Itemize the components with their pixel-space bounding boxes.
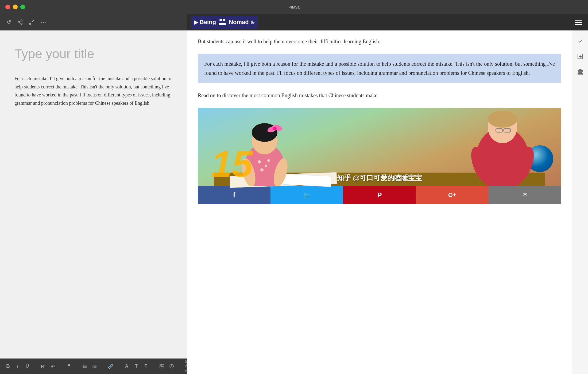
svg-point-2 xyxy=(21,23,22,25)
text-color-icon[interactable]: A xyxy=(124,364,129,369)
twitter-icon: 🐦 xyxy=(303,191,311,199)
svg-point-23 xyxy=(223,19,225,21)
text-type-icon[interactable]: T xyxy=(134,364,139,369)
logo-text-nomad: Nomad xyxy=(229,19,249,26)
fullscreen-button[interactable] xyxy=(20,5,25,9)
browser-nav: ▶ Being Nomad ⊕ xyxy=(187,14,588,30)
teacher-figure xyxy=(460,111,545,186)
minimize-button[interactable] xyxy=(13,5,18,9)
app-title: Pitaya xyxy=(288,5,300,9)
bottom-toolbar: B i U H1 H2 ❝ 1. 2. 3. xyxy=(0,359,187,374)
more-icon[interactable]: ··· xyxy=(41,19,47,26)
number-overlay: 15 xyxy=(211,145,253,183)
svg-line-5 xyxy=(32,20,34,22)
clock-icon[interactable] xyxy=(169,364,174,369)
svg-marker-49 xyxy=(577,72,583,73)
email-share-button[interactable]: ✉ xyxy=(489,186,561,204)
expand-icon[interactable] xyxy=(29,19,35,25)
main-container: ↺ ··· Type your title For each mistake, … xyxy=(0,14,588,374)
hamburger-line-2 xyxy=(575,22,582,23)
logo-box: ▶ Being Nomad ⊕ xyxy=(191,16,258,29)
svg-point-22 xyxy=(219,19,222,21)
check-icon[interactable] xyxy=(575,36,585,46)
hamburger-line-1 xyxy=(575,20,582,21)
googleplus-share-button[interactable]: G+ xyxy=(416,186,489,204)
facebook-icon: f xyxy=(233,191,235,199)
svg-point-35 xyxy=(260,168,264,172)
watermark-text: 知乎 @可口可爱的瞌睡宝宝 xyxy=(337,173,422,183)
logo-icon-right: ⊕ xyxy=(250,19,255,25)
svg-point-11 xyxy=(83,366,83,367)
text-strike-icon[interactable]: T xyxy=(143,364,149,369)
facebook-share-button[interactable]: f xyxy=(198,186,270,204)
article-intro: But students can use it well to help the… xyxy=(198,37,561,46)
editor-toolbar: ↺ ··· xyxy=(0,14,187,30)
pinterest-icon: P xyxy=(377,191,382,199)
social-bar: f 🐦 P G+ ✉ xyxy=(198,186,561,204)
editor-content[interactable]: Type your title For each mistake, I'll g… xyxy=(0,30,187,359)
logo-text-being: Being xyxy=(200,19,216,26)
traffic-lights xyxy=(5,5,25,9)
temple-icon[interactable] xyxy=(575,67,585,77)
svg-line-4 xyxy=(19,21,21,22)
pinterest-share-button[interactable]: P xyxy=(343,186,416,204)
svg-point-20 xyxy=(161,365,161,366)
hamburger-line-3 xyxy=(575,24,582,25)
site-logo: ▶ Being Nomad ⊕ xyxy=(191,16,570,29)
article-read-on: Read on to discover the most common Engl… xyxy=(198,91,561,100)
quote-icon[interactable]: ❝ xyxy=(66,363,72,369)
highlighted-paragraph: For each mistake, I'll give both a reaso… xyxy=(198,54,561,83)
svg-point-36 xyxy=(267,159,270,162)
italic-icon[interactable]: i xyxy=(15,364,20,369)
email-icon: ✉ xyxy=(523,192,527,198)
plus-alt-icon[interactable] xyxy=(575,51,585,61)
browser-content: But students can use it well to help the… xyxy=(187,30,588,374)
svg-point-0 xyxy=(21,20,22,21)
svg-rect-50 xyxy=(578,73,583,75)
svg-point-34 xyxy=(265,165,267,167)
title-bar: Pitaya xyxy=(0,0,588,14)
article-image: 15 知乎 @可口可爱的瞌睡宝宝 f 🐦 P xyxy=(198,108,561,204)
list-unordered-icon[interactable] xyxy=(82,364,88,369)
googleplus-icon: G+ xyxy=(448,192,456,198)
svg-rect-19 xyxy=(160,364,164,368)
svg-marker-47 xyxy=(577,69,583,71)
svg-text:3.: 3. xyxy=(92,367,94,368)
editor-panel: ↺ ··· Type your title For each mistake, … xyxy=(0,14,187,374)
svg-point-10 xyxy=(83,365,83,365)
svg-point-41 xyxy=(273,127,277,130)
link-icon[interactable]: 🔗 xyxy=(108,364,113,369)
refresh-icon[interactable]: ↺ xyxy=(6,19,11,26)
svg-line-6 xyxy=(30,23,31,24)
image-icon[interactable] xyxy=(159,364,165,369)
twitter-share-button[interactable]: 🐦 xyxy=(270,186,343,204)
h1-icon[interactable]: H1 xyxy=(41,364,46,369)
close-button[interactable] xyxy=(5,5,10,9)
svg-point-1 xyxy=(18,21,20,23)
svg-line-3 xyxy=(19,22,21,24)
browser-panel: ▶ Being Nomad ⊕ xyxy=(187,14,588,374)
share-icon[interactable] xyxy=(17,19,23,25)
bold-icon[interactable]: B xyxy=(5,363,11,369)
editor-body[interactable]: For each mistake, I'll give both a reaso… xyxy=(14,75,173,107)
article-content: But students can use it well to help the… xyxy=(187,30,572,374)
logo-person-icon xyxy=(218,17,227,27)
editor-title-placeholder[interactable]: Type your title xyxy=(14,46,173,61)
right-sidebar xyxy=(572,30,588,374)
svg-point-12 xyxy=(83,367,83,368)
hamburger-menu-button[interactable] xyxy=(573,17,584,28)
h2-icon[interactable]: H2 xyxy=(50,364,56,369)
list-ordered-icon[interactable]: 1. 2. 3. xyxy=(92,364,97,369)
logo-icon-left: ▶ xyxy=(194,19,198,25)
svg-point-26 xyxy=(488,111,517,128)
svg-point-33 xyxy=(258,160,261,163)
svg-rect-48 xyxy=(578,71,583,72)
underline-icon[interactable]: U xyxy=(25,364,30,369)
